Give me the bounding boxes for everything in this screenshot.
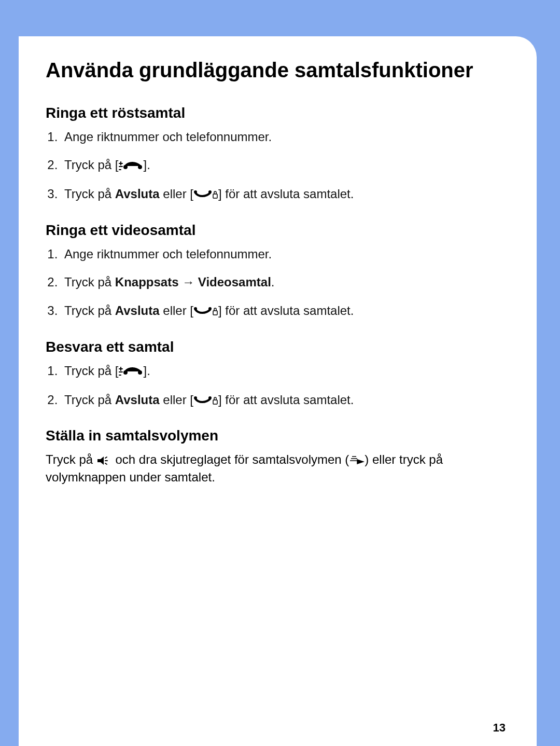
svg-point-11: [208, 396, 212, 399]
svg-point-6: [208, 307, 212, 310]
svg-point-5: [194, 307, 197, 310]
end-call-lock-icon: [193, 391, 218, 408]
text: Tryck på [: [64, 158, 118, 172]
arrow-text: →: [179, 275, 198, 289]
page-number: 13: [493, 721, 506, 735]
steps-video-call: Ange riktnummer och telefonnummer. Tryck…: [46, 246, 500, 320]
page-content: Använda grundläggande samtalsfunktioner …: [19, 36, 537, 746]
voice-step-2: Tryck på [].: [61, 157, 500, 174]
svg-marker-17: [357, 460, 363, 464]
text: Tryck på: [64, 393, 115, 407]
svg-marker-13: [97, 457, 104, 465]
svg-rect-7: [213, 311, 217, 315]
call-send-icon: [118, 157, 143, 173]
text-bold: Avsluta: [115, 303, 160, 317]
volume-paragraph: Tryck på och dra skjutreglaget för samta…: [46, 451, 500, 486]
svg-point-10: [194, 396, 197, 399]
svg-point-0: [124, 165, 127, 169]
text: eller [: [160, 187, 193, 201]
answer-step-1: Tryck på [].: [61, 363, 500, 380]
text: Tryck på: [46, 452, 96, 466]
voice-step-3: Tryck på Avsluta eller [] för att avslut…: [61, 186, 500, 203]
text: ].: [143, 158, 150, 172]
call-send-icon: [118, 362, 143, 379]
video-step-1: Ange riktnummer och telefonnummer.: [61, 246, 500, 263]
answer-step-2: Tryck på Avsluta eller [] för att avslut…: [61, 392, 500, 409]
text-bold: Avsluta: [115, 393, 160, 407]
heading-volume: Ställa in samtalsvolymen: [46, 427, 500, 444]
text: och dra skjutreglaget för samtalsvolymen…: [112, 452, 349, 466]
text-bold: Videosamtal: [198, 275, 271, 289]
svg-rect-4: [213, 194, 217, 198]
svg-point-2: [194, 190, 197, 194]
text: ] för att avsluta samtalet.: [218, 393, 354, 407]
text: eller [: [160, 393, 193, 407]
voice-step-1: Ange riktnummer och telefonnummer.: [61, 129, 500, 145]
svg-point-1: [138, 165, 142, 169]
speaker-icon: [96, 451, 112, 468]
page-title: Använda grundläggande samtalsfunktioner: [46, 57, 500, 83]
svg-point-9: [138, 371, 142, 374]
heading-answer-call: Besvara ett samtal: [46, 339, 500, 355]
page-border: Använda grundläggande samtalsfunktioner …: [0, 0, 560, 746]
heading-voice-call: Ringa ett röstsamtal: [46, 105, 500, 121]
text: ].: [143, 364, 150, 378]
video-step-2: Tryck på Knappsats → Videosamtal.: [61, 274, 500, 291]
steps-voice-call: Ange riktnummer och telefonnummer. Tryck…: [46, 129, 500, 203]
text: Tryck på: [64, 275, 115, 289]
text: eller [: [160, 303, 193, 317]
text-bold: Avsluta: [115, 187, 160, 201]
svg-point-3: [208, 190, 212, 194]
end-call-lock-icon: [193, 302, 218, 319]
text-bold: Knappsats: [115, 275, 179, 289]
volume-slider-icon: [349, 451, 365, 468]
text: Tryck på [: [64, 364, 118, 378]
steps-answer-call: Tryck på []. Tryck på Avsluta eller [] f…: [46, 363, 500, 409]
text: Tryck på: [64, 187, 115, 201]
video-step-3: Tryck på Avsluta eller [] för att avslut…: [61, 302, 500, 320]
svg-point-8: [124, 371, 127, 374]
text: Tryck på: [64, 303, 115, 317]
heading-video-call: Ringa ett videosamtal: [46, 222, 500, 239]
svg-rect-12: [213, 400, 217, 404]
end-call-lock-icon: [193, 186, 218, 202]
text: ] för att avsluta samtalet.: [218, 303, 354, 317]
text: .: [271, 275, 275, 289]
text: ] för att avsluta samtalet.: [218, 187, 354, 201]
